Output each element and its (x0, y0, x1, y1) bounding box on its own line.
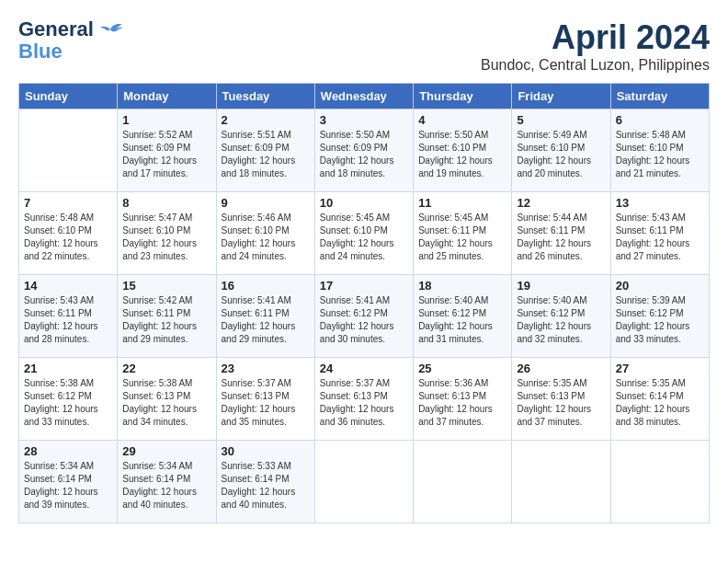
calendar-cell: 25Sunrise: 5:36 AM Sunset: 6:13 PM Dayli… (414, 358, 512, 441)
day-info: Sunrise: 5:48 AM Sunset: 6:10 PM Dayligh… (616, 129, 704, 180)
day-info: Sunrise: 5:42 AM Sunset: 6:11 PM Dayligh… (122, 294, 210, 346)
calendar-cell: 21Sunrise: 5:38 AM Sunset: 6:12 PM Dayli… (19, 358, 118, 441)
day-info: Sunrise: 5:45 AM Sunset: 6:10 PM Dayligh… (320, 212, 408, 263)
calendar-cell: 22Sunrise: 5:38 AM Sunset: 6:13 PM Dayli… (118, 358, 216, 441)
calendar-cell: 28Sunrise: 5:34 AM Sunset: 6:14 PM Dayli… (19, 441, 118, 523)
calendar-cell: 23Sunrise: 5:37 AM Sunset: 6:13 PM Dayli… (216, 358, 314, 441)
calendar-cell: 18Sunrise: 5:40 AM Sunset: 6:12 PM Dayli… (414, 275, 512, 358)
day-info: Sunrise: 5:37 AM Sunset: 6:13 PM Dayligh… (320, 377, 408, 429)
header-friday: Friday (512, 84, 610, 109)
calendar-cell: 1Sunrise: 5:52 AM Sunset: 6:09 PM Daylig… (118, 109, 216, 192)
day-number: 30 (222, 444, 310, 458)
day-number: 8 (122, 196, 210, 210)
day-number: 21 (24, 362, 112, 375)
calendar-cell: 15Sunrise: 5:42 AM Sunset: 6:11 PM Dayli… (118, 275, 216, 358)
day-number: 26 (517, 362, 605, 375)
calendar-cell: 11Sunrise: 5:45 AM Sunset: 6:11 PM Dayli… (414, 192, 512, 275)
day-number: 18 (418, 279, 506, 293)
day-number: 12 (517, 196, 605, 210)
day-info: Sunrise: 5:41 AM Sunset: 6:11 PM Dayligh… (222, 294, 310, 346)
calendar-cell (19, 109, 118, 192)
calendar-cell: 14Sunrise: 5:43 AM Sunset: 6:11 PM Dayli… (19, 275, 118, 358)
day-number: 27 (616, 362, 704, 375)
day-number: 13 (616, 196, 704, 210)
day-info: Sunrise: 5:39 AM Sunset: 6:12 PM Dayligh… (616, 294, 704, 346)
week-row-4: 21Sunrise: 5:38 AM Sunset: 6:12 PM Dayli… (19, 358, 710, 441)
day-number: 22 (122, 362, 210, 375)
day-info: Sunrise: 5:44 AM Sunset: 6:11 PM Dayligh… (517, 212, 605, 263)
calendar-cell: 17Sunrise: 5:41 AM Sunset: 6:12 PM Dayli… (314, 275, 413, 358)
day-info: Sunrise: 5:41 AM Sunset: 6:12 PM Dayligh… (320, 294, 408, 346)
calendar-cell: 27Sunrise: 5:35 AM Sunset: 6:14 PM Dayli… (610, 358, 709, 441)
day-info: Sunrise: 5:47 AM Sunset: 6:10 PM Dayligh… (122, 212, 210, 263)
day-info: Sunrise: 5:38 AM Sunset: 6:12 PM Dayligh… (24, 377, 112, 429)
page-subtitle: Bundoc, Central Luzon, Philippines (481, 57, 710, 74)
calendar-cell: 3Sunrise: 5:50 AM Sunset: 6:09 PM Daylig… (314, 109, 413, 192)
day-number: 15 (122, 279, 210, 293)
week-row-3: 14Sunrise: 5:43 AM Sunset: 6:11 PM Dayli… (19, 275, 710, 358)
day-info: Sunrise: 5:38 AM Sunset: 6:13 PM Dayligh… (122, 377, 210, 429)
day-info: Sunrise: 5:37 AM Sunset: 6:13 PM Dayligh… (222, 377, 310, 429)
day-info: Sunrise: 5:50 AM Sunset: 6:10 PM Dayligh… (418, 129, 506, 180)
week-row-5: 28Sunrise: 5:34 AM Sunset: 6:14 PM Dayli… (19, 441, 710, 523)
day-info: Sunrise: 5:50 AM Sunset: 6:09 PM Dayligh… (320, 129, 408, 180)
calendar-cell (314, 441, 413, 523)
calendar-cell: 20Sunrise: 5:39 AM Sunset: 6:12 PM Dayli… (610, 275, 709, 358)
title-block: April 2024 Bundoc, Central Luzon, Philip… (481, 18, 710, 74)
logo-bird-icon (97, 20, 123, 39)
calendar-cell: 16Sunrise: 5:41 AM Sunset: 6:11 PM Dayli… (216, 275, 314, 358)
logo-text-general: General (18, 18, 94, 40)
day-number: 20 (616, 279, 704, 293)
day-number: 25 (418, 362, 506, 375)
header-monday: Monday (118, 84, 216, 109)
header-wednesday: Wednesday (314, 84, 413, 109)
calendar-cell: 6Sunrise: 5:48 AM Sunset: 6:10 PM Daylig… (610, 109, 709, 192)
day-number: 23 (222, 362, 310, 375)
day-number: 10 (320, 196, 408, 210)
calendar-table: SundayMondayTuesdayWednesdayThursdayFrid… (18, 83, 710, 523)
calendar-cell: 24Sunrise: 5:37 AM Sunset: 6:13 PM Dayli… (314, 358, 413, 441)
day-info: Sunrise: 5:40 AM Sunset: 6:12 PM Dayligh… (418, 294, 506, 346)
calendar-cell: 4Sunrise: 5:50 AM Sunset: 6:10 PM Daylig… (414, 109, 512, 192)
day-info: Sunrise: 5:49 AM Sunset: 6:10 PM Dayligh… (517, 129, 605, 180)
day-info: Sunrise: 5:45 AM Sunset: 6:11 PM Dayligh… (418, 212, 506, 263)
day-number: 29 (122, 444, 210, 458)
calendar-cell: 30Sunrise: 5:33 AM Sunset: 6:14 PM Dayli… (216, 441, 314, 523)
calendar-header-row: SundayMondayTuesdayWednesdayThursdayFrid… (19, 84, 710, 109)
header-sunday: Sunday (19, 84, 118, 109)
header-saturday: Saturday (610, 84, 709, 109)
day-number: 17 (320, 279, 408, 293)
calendar-cell: 10Sunrise: 5:45 AM Sunset: 6:10 PM Dayli… (314, 192, 413, 275)
day-info: Sunrise: 5:43 AM Sunset: 6:11 PM Dayligh… (24, 294, 112, 346)
calendar-cell: 8Sunrise: 5:47 AM Sunset: 6:10 PM Daylig… (118, 192, 216, 275)
day-info: Sunrise: 5:40 AM Sunset: 6:12 PM Dayligh… (517, 294, 605, 346)
calendar-cell (610, 441, 709, 523)
day-info: Sunrise: 5:51 AM Sunset: 6:09 PM Dayligh… (222, 129, 310, 180)
day-number: 6 (616, 113, 704, 127)
day-info: Sunrise: 5:36 AM Sunset: 6:13 PM Dayligh… (418, 377, 506, 429)
day-number: 3 (320, 113, 408, 127)
logo: General Blue (18, 18, 123, 63)
page-title: April 2024 (481, 18, 710, 57)
calendar-cell: 12Sunrise: 5:44 AM Sunset: 6:11 PM Dayli… (512, 192, 610, 275)
day-info: Sunrise: 5:33 AM Sunset: 6:14 PM Dayligh… (222, 460, 310, 511)
day-number: 7 (24, 196, 112, 210)
day-info: Sunrise: 5:35 AM Sunset: 6:14 PM Dayligh… (616, 377, 704, 429)
calendar-cell (414, 441, 512, 523)
day-info: Sunrise: 5:48 AM Sunset: 6:10 PM Dayligh… (24, 212, 112, 263)
logo-text-blue: Blue (18, 40, 63, 63)
day-number: 5 (517, 113, 605, 127)
day-info: Sunrise: 5:43 AM Sunset: 6:11 PM Dayligh… (616, 212, 704, 263)
day-number: 2 (222, 113, 310, 127)
calendar-cell: 13Sunrise: 5:43 AM Sunset: 6:11 PM Dayli… (610, 192, 709, 275)
calendar-cell: 7Sunrise: 5:48 AM Sunset: 6:10 PM Daylig… (19, 192, 118, 275)
calendar-cell: 2Sunrise: 5:51 AM Sunset: 6:09 PM Daylig… (216, 109, 314, 192)
day-number: 19 (517, 279, 605, 293)
day-number: 1 (122, 113, 210, 127)
day-info: Sunrise: 5:35 AM Sunset: 6:13 PM Dayligh… (517, 377, 605, 429)
header-tuesday: Tuesday (216, 84, 314, 109)
calendar-cell (512, 441, 610, 523)
day-number: 28 (24, 444, 112, 458)
day-number: 4 (418, 113, 506, 127)
day-info: Sunrise: 5:46 AM Sunset: 6:10 PM Dayligh… (222, 212, 310, 263)
